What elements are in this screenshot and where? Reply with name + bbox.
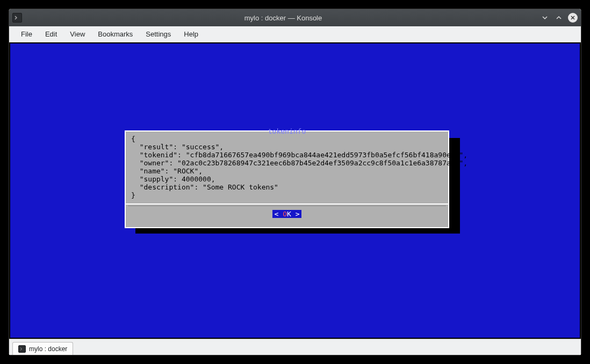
window-title: mylo : docker — Konsole bbox=[26, 14, 540, 22]
ok-bracket-right: > bbox=[291, 210, 300, 218]
terminal-app-icon bbox=[12, 13, 22, 23]
close-button[interactable] bbox=[568, 13, 578, 23]
maximize-button[interactable] bbox=[554, 13, 564, 23]
menu-file[interactable]: File bbox=[15, 28, 39, 40]
tab-mylo-docker[interactable]: mylo : docker bbox=[12, 342, 73, 355]
menu-edit[interactable]: Edit bbox=[39, 28, 63, 40]
dialog-line: } bbox=[131, 191, 135, 199]
menu-settings[interactable]: Settings bbox=[139, 28, 177, 40]
terminal-tab-icon bbox=[18, 345, 26, 353]
terminal-screen: tokeninfo { "result": "success", "tokeni… bbox=[10, 43, 580, 338]
dialog-line: "supply": 4000000, bbox=[131, 175, 215, 183]
dialog-line: "name": "ROCK", bbox=[131, 167, 203, 175]
ok-bracket-left: < bbox=[275, 210, 283, 218]
tokeninfo-dialog: tokeninfo { "result": "success", "tokeni… bbox=[125, 130, 449, 228]
titlebar[interactable]: mylo : docker — Konsole bbox=[9, 9, 581, 26]
tab-label: mylo : docker bbox=[29, 345, 67, 353]
minimize-button[interactable] bbox=[540, 13, 550, 23]
menu-view[interactable]: View bbox=[63, 28, 91, 40]
ok-button[interactable]: < OK > bbox=[272, 210, 302, 218]
tab-bar: mylo : docker bbox=[9, 339, 581, 355]
dialog-button-row: < OK > bbox=[128, 206, 446, 222]
menu-bookmarks[interactable]: Bookmarks bbox=[91, 28, 139, 40]
dialog-title: tokeninfo bbox=[126, 127, 448, 135]
dialog-line: "tokenid": "cfb8da71667657ea490bf969bca8… bbox=[131, 151, 467, 159]
dialog-line: "owner": "02ac0c23b78268947c321eec6b87b4… bbox=[131, 159, 467, 167]
ok-hotkey: O bbox=[283, 210, 287, 218]
menubar: File Edit View Bookmarks Settings Help bbox=[9, 26, 581, 42]
terminal-viewport[interactable]: tokeninfo { "result": "success", "tokeni… bbox=[9, 42, 581, 339]
window-controls bbox=[540, 13, 578, 23]
ok-rest: K bbox=[287, 210, 291, 218]
menu-help[interactable]: Help bbox=[177, 28, 205, 40]
dialog-line: "result": "success", bbox=[131, 143, 224, 151]
dialog-content: { "result": "success", "tokenid": "cfb8d… bbox=[126, 132, 448, 205]
dialog-line: { bbox=[131, 135, 135, 143]
dialog-line: "description": "Some ROCK tokens" bbox=[131, 183, 278, 191]
konsole-window: mylo : docker — Konsole File Edit View B… bbox=[9, 9, 581, 355]
